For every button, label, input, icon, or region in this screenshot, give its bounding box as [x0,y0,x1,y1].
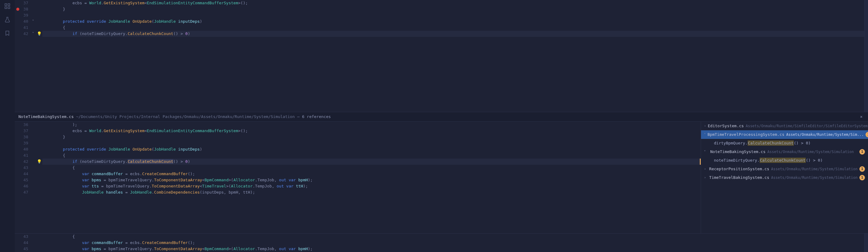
chevron-icon[interactable]: › [704,167,708,171]
ref-count-badge: 1 [859,166,865,172]
ref-count-badge: 1 [866,132,868,137]
ref-file-path: Assets/Onmaku/Runtime/System/Sim... [786,133,864,137]
line-number: 40 [21,19,30,25]
breakpoint-icon[interactable] [16,8,19,11]
activity-bar [0,0,15,252]
line-number: 41 [21,152,30,159]
reference-file-item[interactable]: › TimeTravelBakingSystem.cs Assets/Onmak… [701,173,868,182]
reference-file-item[interactable]: ˅ BpmTimeTravelProcessingSystem.cs Asset… [701,130,868,139]
code-line[interactable]: if (noteTimeDirtyQuery.CalculateChunkCou… [42,159,701,165]
chevron-icon[interactable]: › [704,176,708,179]
reference-match[interactable]: noteTimeDirtyQuery.CalculateChunkCount()… [701,156,868,165]
line-number: 44 [21,171,30,177]
code-line[interactable]: var bpms = bpmTimeTravelQuery.ToComponen… [42,246,864,252]
ref-count-badge: 1 [859,175,865,180]
code-line[interactable]: { [42,233,864,240]
line-number: 46 [21,183,30,189]
code-line[interactable]: var commandBuffer = ecbs.CreateCommandBu… [42,171,701,177]
code-line[interactable]: var tts = bpmTimeTravelQuery.ToComponent… [42,183,701,189]
reference-file-item[interactable]: › ReceptorPositionSystem.cs Assets/Onmak… [701,165,868,173]
ref-count-badge: 1 [859,149,865,155]
chevron-icon[interactable]: ˅ [704,150,708,153]
reference-match[interactable]: dirtyBpmQuery.CalculateChunkCount() > 0) [701,139,868,147]
line-number: 36 [21,122,30,128]
ref-file-name: ReceptorPositionSystem.cs [709,167,770,171]
line-number: 39 [21,140,30,146]
chevron-icon[interactable]: › [704,124,706,128]
svg-rect-1 [8,4,10,5]
bookmark-icon[interactable] [4,29,11,37]
lightbulb-icon[interactable]: 💡 [37,159,42,165]
grid-icon[interactable] [4,2,11,10]
line-number: 47 [21,189,30,195]
svg-rect-3 [8,7,10,9]
chevron-icon[interactable]: ˅ [704,133,706,136]
code-line[interactable]: JobHandle handles = JobHandle.CombineDep… [42,189,701,195]
line-number: 43 [21,165,30,171]
line-number: 42 [21,31,30,37]
code-line[interactable] [42,140,701,146]
line-number: 45 [21,246,30,252]
close-icon[interactable]: ✕ [858,114,864,119]
reference-file-item[interactable]: ˅ NoteTimeBakingSystem.cs Assets/Onmaku/… [701,147,868,156]
flask-icon[interactable] [4,16,11,23]
ref-file-path: Assets/Onmaku/Runtime/System/Simulation [771,175,858,180]
ref-file-path: Assets/Onmaku/Runtime/System/Simulation [767,150,854,154]
ref-file-name: TimeTravelBakingSystem.cs [709,175,770,180]
fold-toggle[interactable]: ˅ [30,19,36,25]
code-line[interactable]: ecbs = World.GetExistingSystem<EndSimula… [42,128,701,134]
references-header: NoteTimeBakingSystem.cs ~/Documents/Unit… [15,112,868,122]
code-line[interactable] [42,195,701,202]
ref-path: ~/Documents/Unity Projects/Internal Pack… [76,114,294,119]
code-line[interactable]: ecbs = World.GetExistingSystem<EndSimula… [42,0,864,6]
references-split: 36 37 38 39 40 41 [15,122,868,233]
svg-rect-0 [5,4,7,5]
svg-rect-2 [5,7,7,9]
minimap[interactable] [864,0,868,112]
ref-file-path: Assets/Onmaku/Runtime/SimfileEditor/Simf… [746,124,868,128]
lightbulb-icon[interactable]: 💡 [37,31,42,37]
code-line[interactable] [42,12,864,19]
code-line[interactable]: { [42,165,701,171]
line-number: 41 [21,25,30,31]
code-line[interactable]: protected override JobHandle OnUpdate(Jo… [42,146,701,152]
references-list[interactable]: › EditorSystem.cs Assets/Onmaku/Runtime/… [701,122,868,233]
line-number: 38 [21,6,30,12]
ref-file-name: NoteTimeBakingSystem.cs [710,149,766,154]
line-number: 40 [21,146,30,152]
line-number: 38 [21,134,30,140]
bottom-code-pane: 43 44 45 { var commandBuffer = ecbs.Crea… [15,233,868,252]
code-line[interactable]: protected override JobHandle OnUpdate(Jo… [42,19,864,25]
line-number: 44 [21,240,30,246]
ref-file-path: Assets/Onmaku/Runtime/System/Simulation [771,167,858,171]
editor-area: 37 38 39 40 ˅ 41 42 ˅ 💡 [15,0,868,252]
ref-file-name: BpmTimeTravelProcessingSystem.cs [708,132,784,137]
code-line[interactable]: { [42,152,701,159]
ref-file-name: EditorSystem.cs [708,123,744,128]
code-line[interactable]: if (noteTimeDirtyQuery.CalculateChunkCou… [42,31,864,37]
code-line[interactable]: } [42,134,701,140]
code-content[interactable]: ecbs = World.GetExistingSystem<EndSimula… [42,0,864,112]
code-line[interactable]: var bpms = bpmTimeTravelQuery.ToComponen… [42,177,701,183]
code-content[interactable]: { var commandBuffer = ecbs.CreateCommand… [42,233,864,252]
line-number: 42 [21,159,30,165]
reference-file-item[interactable]: › EditorSystem.cs Assets/Onmaku/Runtime/… [701,122,868,130]
code-content[interactable]: ); ecbs = World.GetExistingSystem<EndSim… [42,122,701,233]
code-line[interactable]: } [42,6,864,12]
fold-toggle[interactable]: ˅ [30,31,36,37]
line-number: 43 [21,233,30,240]
code-line[interactable]: var commandBuffer = ecbs.CreateCommandBu… [42,240,864,246]
code-line[interactable]: ); [42,122,701,128]
line-number: 37 [21,0,30,6]
line-number: 37 [21,128,30,134]
line-number: 45 [21,177,30,183]
line-number: 39 [21,12,30,19]
minimap[interactable] [864,233,868,252]
top-code-pane: 37 38 39 40 ˅ 41 42 ˅ 💡 [15,0,868,112]
code-line[interactable]: { [42,25,864,31]
ref-count: – 6 references [297,114,331,119]
ref-filename: NoteTimeBakingSystem.cs [19,114,74,119]
